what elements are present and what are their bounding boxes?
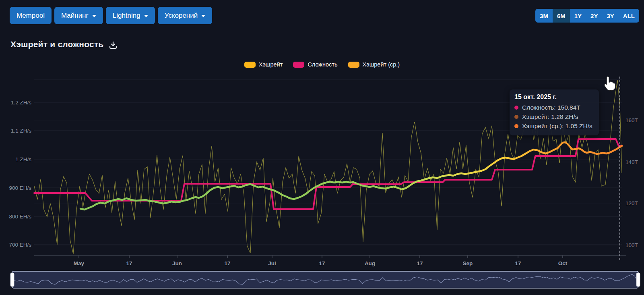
x-axis-label: May [74,260,85,266]
tooltip-date: 15 окт. 2025 г. [514,93,592,101]
tooltip-value: Сложность: 150.84T [522,103,580,112]
navigator[interactable] [12,271,638,288]
y-axis-left-label: 1.2 ZH/s [11,100,31,106]
tooltip-row: Хэшрейт (ср.): 1.05 ZH/s [514,121,592,131]
series-dot [514,124,518,128]
x-axis-label: Oct [558,260,568,266]
y-axis-right-label: 100T [625,242,638,248]
x-axis-label: 17 [224,260,230,266]
y-axis-right-label: 160T [625,117,638,123]
y-axis-right-label: 120T [625,200,638,206]
tooltip-row: Хэшрейт: 1.28 ZH/s [514,112,592,121]
y-axis-left-label: 1 ZH/s [15,156,31,162]
series-dot [514,115,518,119]
x-axis-label: Jun [172,260,182,266]
chart-tooltip: 15 окт. 2025 г. Сложность: 150.84TХэшрей… [510,89,599,135]
x-axis-label: 17 [319,260,325,266]
y-axis-left-label: 1.1 ZH/s [11,128,31,134]
navigator-left-handle[interactable] [10,273,14,287]
x-axis-label: 17 [126,260,132,266]
y-axis-left-label: 900 EH/s [9,185,31,191]
x-axis-label: Aug [365,260,375,266]
y-axis-left-label: 800 EH/s [9,214,31,220]
x-axis-label: Jul [268,260,276,266]
y-axis-right-label: 140T [625,159,638,165]
x-axis-label: 17 [515,260,521,266]
series-dot [514,106,518,110]
hashrate-difficulty-chart[interactable]: May17Jun17Jul17Aug17Sep17Oct1.2 ZH/s1.1 … [0,0,644,295]
navigator-right-handle[interactable] [636,273,640,287]
tooltip-value: Хэшрейт (ср.): 1.05 ZH/s [522,121,592,131]
x-axis-label: 17 [417,260,423,266]
x-axis-label: Sep [463,260,473,266]
y-axis-left-label: 700 EH/s [9,242,31,248]
tooltip-row: Сложность: 150.84T [514,103,592,112]
tooltip-value: Хэшрейт: 1.28 ZH/s [522,112,578,121]
